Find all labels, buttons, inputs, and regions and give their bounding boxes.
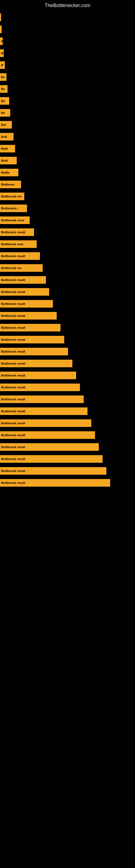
bar-row: Bott [0,132,135,142]
bar-20: Bottleneck result [0,252,40,260]
bar-row [0,12,135,22]
bar-row: Bottleneck result [0,311,135,321]
bar-label-18: Bottleneck result [1,230,25,234]
bar-15: Bottleneck res [0,193,24,200]
bar-31: Bottleneck result [0,383,80,391]
bar-label-6: Bo [1,87,5,91]
bar-22: Bottleneck result [0,276,46,284]
bar-label-16: Bottleneck r [1,207,18,210]
bars-container: BBoBBoBoBoBoBotBottBottlBottlBottleBottl… [0,10,135,493]
bar-row: Bottleneck result [0,359,135,368]
bar-row: Bottleneck r [0,204,135,213]
bar-label-7: Bo [1,99,5,102]
bar-row: Bottleneck result [0,227,135,237]
bar-row: Bottleneck result [0,442,135,452]
bar-12: Bottl [0,157,17,164]
bar-label-14: Bottlenec [1,183,14,186]
bar-26: Bottleneck result [0,324,60,332]
bar-row: Bottleneck result [0,382,135,392]
bar-label-3: Bo [1,52,4,55]
bar-row: B [0,36,135,46]
bar-35: Bottleneck result [0,431,95,439]
bar-row: Bottleneck result [0,299,135,309]
bar-row: Bottleneck result [0,478,135,488]
bar-row: Bo [0,108,135,118]
bar-row: Bottleneck result [0,335,135,344]
bar-row: Bot [0,120,135,130]
bar-label-38: Bottleneck result [1,469,25,472]
bar-label-34: Bottleneck result [1,422,25,425]
bar-row: Bottleneck resul [0,215,135,225]
bar-row: Bottleneck result [0,371,135,380]
bar-label-15: Bottleneck res [1,195,21,198]
bar-row: Bottleneck result [0,418,135,428]
bar-29: Bottleneck result [0,360,72,367]
bar-label-21: Bottleneck res [1,267,21,270]
bar-19: Bottleneck resu [0,240,37,248]
bar-row: Bottleneck result [0,251,135,261]
bar-28: Bottleneck result [0,348,68,355]
bar-label-32: Bottleneck result [1,398,25,401]
bar-label-35: Bottleneck result [1,433,25,437]
bar-row: Bo [0,96,135,106]
bar-row: Bo [0,48,135,58]
bar-3: Bo [0,50,4,57]
bar-row: Bottleneck result [0,454,135,464]
bar-row: Bottleneck result [0,287,135,297]
bar-label-26: Bottleneck result [1,326,25,329]
bar-16: Bottleneck r [0,205,27,212]
bar-8: Bo [0,109,10,117]
bar-row: Bottleneck res [0,263,135,273]
bar-label-22: Bottleneck result [1,278,25,282]
bar-label-19: Bottleneck resu [1,243,24,246]
bar-18: Bottleneck result [0,228,34,236]
bar-36: Bottleneck result [0,443,99,451]
bar-row: Bottl [0,156,135,165]
bar-13: Bottle [0,169,18,176]
bar-row: Bottlenec [0,180,135,189]
bar-14: Bottlenec [0,181,21,188]
bar-1 [0,26,2,33]
bar-row: Bottle [0,167,135,177]
bar-label-10: Bott [1,135,7,138]
site-title: TheBottlenecker.com [0,0,135,10]
bar-27: Bottleneck result [0,336,64,343]
bar-label-20: Bottleneck result [1,254,25,258]
bar-row: Bottleneck result [0,394,135,404]
bar-39: Bottleneck result [0,479,110,487]
bar-label-23: Bottleneck result [1,290,25,293]
bar-label-8: Bo [1,111,5,115]
bar-row: Bottleneck result [0,275,135,285]
bar-row: Bottleneck result [0,466,135,476]
bar-label-28: Bottleneck result [1,350,25,353]
bar-row: Bottleneck resu [0,239,135,249]
bar-label-12: Bottl [1,159,8,162]
bar-row: Bottleneck result [0,430,135,440]
bar-row: Bottleneck result [0,406,135,416]
bar-7: Bo [0,97,9,105]
bar-0 [0,13,1,21]
bar-label-4: B [1,63,3,67]
bar-25: Bottleneck result [0,312,57,319]
bar-37: Bottleneck result [0,455,103,463]
bar-label-30: Bottleneck result [1,374,25,377]
bar-label-37: Bottleneck result [1,457,25,461]
bar-label-25: Bottleneck result [1,314,25,317]
bar-row: Bottleneck result [0,347,135,356]
bar-21: Bottleneck res [0,264,43,272]
bar-row: Bo [0,84,135,94]
bar-label-24: Bottleneck result [1,302,25,305]
bar-10: Bott [0,133,13,141]
bar-30: Bottleneck result [0,372,76,379]
bar-label-9: Bot [1,123,6,126]
bar-label-29: Bottleneck result [1,362,25,365]
bar-label-39: Bottleneck result [1,481,25,485]
bar-label-33: Bottleneck result [1,410,25,413]
bar-row: Bottleneck res [0,191,135,201]
bar-label-11: Bottl [1,147,8,150]
bar-5: Bo [0,73,6,81]
bar-11: Bottl [0,145,15,152]
bar-34: Bottleneck result [0,420,91,427]
bar-17: Bottleneck resul [0,216,30,224]
bar-label-2: B [1,40,3,43]
